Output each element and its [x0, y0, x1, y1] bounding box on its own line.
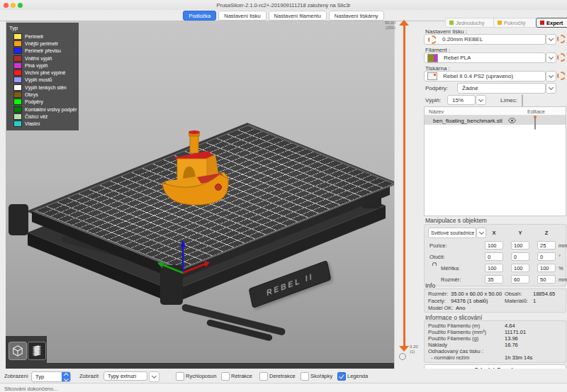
slice-row-value: 4.64 — [505, 323, 515, 329]
model-benchy[interactable] — [153, 126, 238, 211]
mode-expert-button[interactable]: Expert — [536, 18, 567, 28]
scale-label: Měřítka: — [441, 265, 460, 271]
legend-swatch — [13, 99, 22, 105]
tab-nastaveni-tiskarny[interactable]: Nastavení tiskárny — [329, 11, 384, 21]
printer-name-plate-label: REBEL II — [266, 271, 315, 297]
info-volume-value: 18854.65 — [533, 291, 555, 297]
chevron-down-icon — [478, 230, 483, 235]
slider-marker-button[interactable] — [399, 353, 406, 360]
filament-gear-button[interactable] — [557, 53, 566, 62]
position-unit: mm — [558, 242, 567, 249]
legend-swatch — [13, 47, 22, 54]
slice-row-label: Použito Filamentu (g) — [428, 335, 478, 342]
gear-icon — [557, 72, 566, 80]
printer-icon — [427, 72, 437, 80]
gear-icon — [557, 35, 566, 43]
legend-swatch — [13, 91, 22, 98]
infill-dropdown-button[interactable] — [476, 95, 486, 105]
view-layers-button[interactable] — [28, 342, 46, 360]
legend-item: Výplň mostů — [9, 77, 76, 84]
tab-nastaveni-filamentu[interactable]: Nastavení filamentu — [269, 11, 327, 21]
expert-mode-icon — [540, 21, 544, 25]
position-y-input[interactable] — [511, 241, 529, 250]
edit-object-icon[interactable] — [534, 116, 536, 130]
print-settings-select[interactable]: 0.20mm REBEL — [424, 34, 546, 45]
manipulation-title: Manipulace s objektem — [425, 217, 487, 224]
coordinates-select[interactable]: Světové souřadnice — [428, 228, 476, 238]
scale-unit: % — [558, 265, 563, 271]
eye-icon[interactable] — [508, 118, 516, 123]
object-list: Název Editace ben_floating_benchmark.stl — [424, 106, 566, 216]
layers-icon — [30, 345, 43, 357]
info-size-label: Rozměr: — [428, 291, 448, 297]
legend-swatch — [13, 33, 22, 40]
rotate-label: Otočit: — [430, 254, 445, 260]
viewport-3d[interactable]: REBEL II Typ Perimetr — [6, 21, 394, 369]
object-row[interactable]: ben_floating_benchmark.stl — [425, 116, 566, 125]
rotate-x-input[interactable] — [485, 252, 503, 261]
mode-advanced-button[interactable]: Pokročilý — [493, 18, 540, 28]
sidebar-divider — [394, 21, 395, 383]
print-preset-icon — [428, 35, 437, 44]
info-materials-label: Materiálů: — [505, 298, 528, 304]
chevron-down-icon — [549, 36, 554, 41]
gear-icon — [557, 53, 566, 62]
chevron-down-icon — [549, 55, 554, 60]
print-settings-gear-button[interactable] — [557, 35, 566, 43]
travel-checkbox[interactable] — [176, 372, 184, 381]
size-y-input[interactable] — [511, 275, 529, 284]
filament-select[interactable]: Rebel PLA — [424, 52, 546, 63]
printer-gear-button[interactable] — [557, 72, 566, 80]
chevron-down-icon — [478, 96, 483, 101]
printer-select[interactable]: Rebel II 0.4 PS2 (upraveno) — [424, 71, 546, 82]
show-features-select[interactable]: Typy extruzí — [103, 371, 147, 381]
printer-dropdown-button[interactable] — [546, 71, 556, 82]
slider-top-handle[interactable] — [399, 20, 409, 26]
view-mode-select[interactable]: Typ — [31, 371, 71, 382]
slice-row-label: Odhadovaný čas tisku : — [428, 348, 483, 354]
viewport-bottom-bar — [6, 363, 394, 369]
legend-swatch — [13, 40, 22, 47]
position-z-input[interactable] — [537, 241, 556, 250]
scale-z-input[interactable] — [537, 264, 556, 272]
size-z-input[interactable] — [537, 275, 556, 284]
shells-checkbox[interactable] — [301, 372, 309, 381]
object-filename: ben_floating_benchmark.stl — [433, 118, 503, 124]
rotate-z-input[interactable] — [537, 252, 556, 261]
coordinates-dropdown-button[interactable] — [476, 228, 486, 238]
info-facets-value: 94376 (1 obalů) — [451, 298, 488, 304]
info-model-label: Model OK: — [428, 305, 453, 311]
chevron-down-icon — [549, 85, 554, 90]
tab-nastaveni-tisku[interactable]: Nastavení tisku — [218, 11, 266, 21]
unretractions-checkbox[interactable] — [259, 372, 268, 381]
rotate-y-input[interactable] — [511, 252, 529, 261]
printer-leg-left — [9, 204, 28, 235]
supports-select[interactable]: Žádné — [457, 83, 546, 94]
legend-checkbox[interactable] — [337, 372, 346, 381]
print-settings-dropdown-button[interactable] — [546, 34, 556, 45]
layer-slider[interactable] — [403, 26, 405, 346]
scale-x-input[interactable] — [485, 264, 503, 272]
infill-select[interactable]: 15% — [447, 95, 476, 105]
position-x-input[interactable] — [485, 241, 503, 250]
mode-simple-button[interactable]: Jednoduchý — [445, 18, 498, 28]
filament-dropdown-button[interactable] — [546, 52, 556, 63]
retractions-checkbox[interactable] — [221, 372, 230, 381]
preview-toolbar: Zobrazení Typ Zobrazit Typy extruzí Rych… — [0, 369, 567, 383]
brim-label: Límec: — [500, 97, 517, 103]
supports-dropdown-button[interactable] — [546, 83, 556, 94]
slider-bottom-handle[interactable] — [399, 346, 409, 352]
legend-item: Vrchní plné výplně — [9, 69, 76, 76]
column-name: Název — [429, 108, 444, 115]
show-label: Zobrazit — [79, 373, 99, 379]
scale-y-input[interactable] — [511, 264, 529, 272]
tab-podlozka[interactable]: Podložka — [183, 11, 216, 21]
show-features-dropdown-button[interactable] — [149, 371, 159, 382]
size-x-input[interactable] — [485, 275, 503, 284]
size-label: Rozměr: — [441, 276, 461, 283]
legend-swatch — [13, 62, 22, 69]
legend-item: Perimetr — [9, 33, 76, 40]
column-edit: Editace — [527, 108, 545, 115]
status-text: Slicování dokončeno... — [4, 386, 57, 392]
view-3d-button[interactable] — [9, 342, 27, 360]
